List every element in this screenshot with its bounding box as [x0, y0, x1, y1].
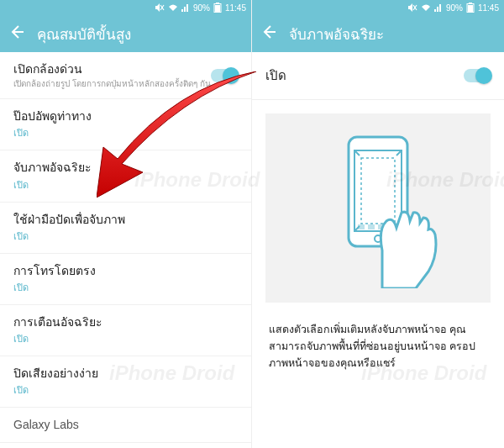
row-status: เปิด	[13, 125, 238, 140]
screen-advanced-features: 90% 11:45 คุณสมบัติขั้นสูง เปิดกล้องด่วน…	[0, 0, 252, 448]
row-status: เปิด	[13, 177, 238, 192]
svg-rect-4	[215, 5, 220, 12]
description-text: แสดงตัวเลือกเพิ่มเติมหลังจับภาพหน้าจอ คุ…	[252, 316, 504, 377]
settings-list: เปิดกล้องด่วน เปิดกล้องถ่ายรูป โดยการกดป…	[0, 52, 251, 448]
row-status: เปิด	[13, 331, 238, 346]
battery-text: 90%	[446, 3, 463, 13]
row-easy-mute[interactable]: ปิดเสียงอย่างง่าย เปิด	[0, 356, 251, 408]
header-title: คุณสมบัติขั้นสูง	[37, 23, 131, 45]
wifi-icon	[421, 3, 431, 12]
battery-icon	[213, 3, 222, 13]
row-direct-call[interactable]: การโทรโดยตรง เปิด	[0, 254, 251, 305]
toggle-switch[interactable]	[464, 69, 491, 82]
mute-icon	[155, 3, 165, 12]
row-smart-alert[interactable]: การเตือนอัจฉริยะ เปิด	[0, 305, 251, 356]
row-popup-gesture[interactable]: ป๊อปอัพดูท่าทาง เปิด	[0, 99, 251, 150]
row-title: เปิดกล้องด่วน	[13, 61, 211, 76]
screen-smart-capture: 90% 11:45 จับภาพอัจฉริยะ เปิด	[252, 0, 504, 448]
illustration-box	[265, 113, 491, 303]
mute-icon	[407, 3, 417, 12]
svg-rect-22	[368, 224, 375, 229]
row-palm-swipe[interactable]: ใช้ฝ่ามือปัดเพื่อจับภาพ เปิด	[0, 203, 251, 254]
row-title: ป๊อปอัพดูท่าทาง	[13, 108, 238, 124]
svg-rect-10	[468, 5, 473, 12]
enable-row[interactable]: เปิด	[252, 52, 504, 100]
svg-rect-21	[358, 224, 365, 229]
row-title: ปิดเสียงอย่างง่าย	[13, 366, 238, 381]
signal-icon	[181, 3, 190, 12]
row-title: การโทรโดยตรง	[13, 263, 238, 278]
row-status: เปิด	[13, 280, 238, 295]
toggle-switch[interactable]	[211, 69, 238, 82]
back-icon[interactable]	[8, 24, 25, 45]
back-icon[interactable]	[260, 24, 277, 45]
detail-content: เปิด	[252, 52, 504, 448]
row-status: เปิด	[13, 382, 238, 398]
header-bar: คุณสมบัติขั้นสูง	[0, 15, 251, 52]
header-bar: จับภาพอัจฉริยะ	[252, 15, 504, 52]
wifi-icon	[168, 3, 178, 12]
section-title: Galaxy Labs	[13, 417, 238, 432]
status-bar: 90% 11:45	[252, 0, 504, 15]
row-smart-capture[interactable]: จับภาพอัจฉริยะ เปิด	[0, 150, 251, 202]
battery-icon	[466, 3, 475, 13]
row-subtitle: เปิดกล้องถ่ายรูป โดยการกดปุ่มหน้าหลักสอง…	[13, 78, 211, 89]
phone-hand-illustration	[302, 129, 454, 288]
row-status: เปิด	[13, 229, 238, 244]
header-title: จับภาพอัจฉริยะ	[289, 23, 384, 45]
row-title: จับภาพอัจฉริยะ	[13, 160, 238, 175]
status-bar: 90% 11:45	[0, 0, 251, 15]
enable-label: เปิด	[265, 66, 286, 86]
battery-text: 90%	[193, 3, 210, 13]
clock-text: 11:45	[225, 3, 246, 13]
clock-text: 11:45	[478, 3, 499, 13]
signal-icon	[434, 3, 443, 12]
row-title: การเตือนอัจฉริยะ	[13, 314, 238, 329]
row-galaxy-labs[interactable]: Galaxy Labs	[0, 408, 251, 442]
row-quick-camera[interactable]: เปิดกล้องด่วน เปิดกล้องถ่ายรูป โดยการกดป…	[0, 52, 251, 99]
row-title: ใช้ฝ่ามือปัดเพื่อจับภาพ	[13, 212, 238, 227]
